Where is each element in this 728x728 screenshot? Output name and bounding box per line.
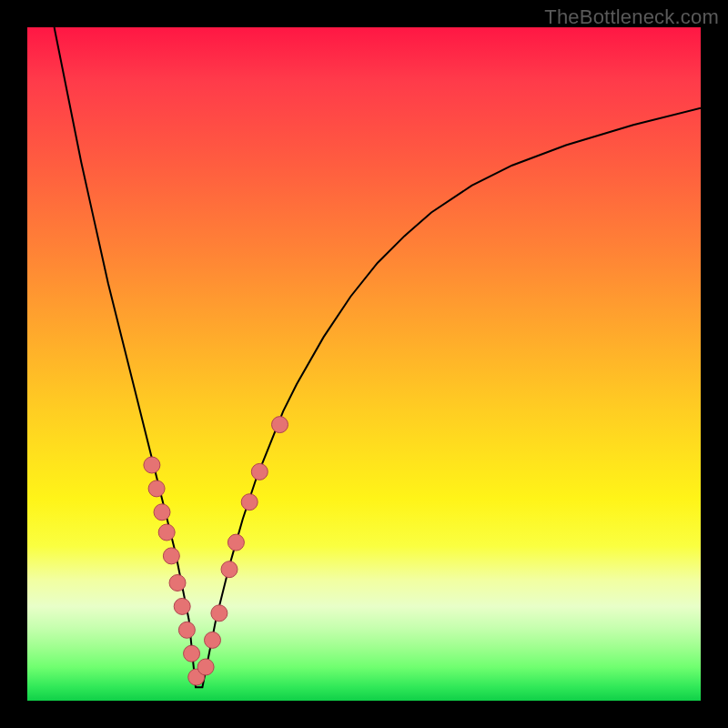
plot-area: [27, 27, 701, 701]
bottleneck-curve: [55, 27, 701, 687]
chart-svg: [27, 27, 701, 701]
chart-frame: TheBottleneck.com: [0, 0, 728, 728]
watermark-text: TheBottleneck.com: [544, 5, 719, 29]
chart-content-group: [55, 27, 701, 687]
